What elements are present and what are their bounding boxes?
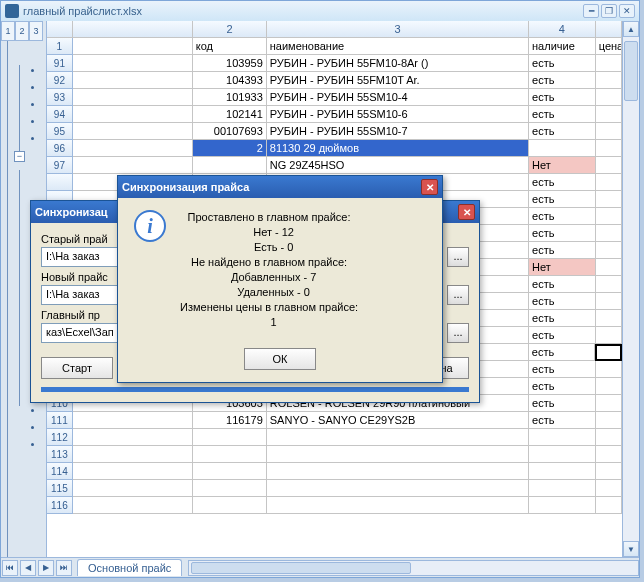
ok-button[interactable]: ОК: [244, 348, 316, 370]
table-row[interactable]: 1 код наименование наличие цена: [47, 38, 622, 55]
cell[interactable]: [596, 480, 622, 497]
cell[interactable]: [193, 497, 267, 514]
cell[interactable]: [596, 497, 622, 514]
cell[interactable]: [529, 463, 596, 480]
cell[interactable]: SANYO - SANYO CE29YS2B: [267, 412, 529, 429]
cell[interactable]: [596, 259, 622, 276]
cell[interactable]: код: [193, 38, 267, 55]
col-header[interactable]: 3: [267, 21, 529, 38]
cell[interactable]: есть: [529, 361, 596, 378]
cell[interactable]: [73, 157, 193, 174]
cell[interactable]: [596, 174, 622, 191]
cell[interactable]: [73, 446, 193, 463]
cell[interactable]: [596, 55, 622, 72]
browse-button[interactable]: ...: [447, 323, 469, 343]
col-header[interactable]: [73, 21, 193, 38]
cell[interactable]: [596, 225, 622, 242]
cell[interactable]: [596, 72, 622, 89]
cell[interactable]: [596, 191, 622, 208]
table-row[interactable]: 112: [47, 429, 622, 446]
cell[interactable]: [267, 429, 529, 446]
row-header[interactable]: 94: [47, 106, 73, 123]
cell[interactable]: [267, 446, 529, 463]
cell[interactable]: [596, 378, 622, 395]
cell[interactable]: наименование: [267, 38, 529, 55]
table-row[interactable]: 114: [47, 463, 622, 480]
cell[interactable]: Нет: [529, 259, 596, 276]
restore-button[interactable]: ❐: [601, 4, 617, 18]
cell[interactable]: [73, 412, 193, 429]
cell[interactable]: есть: [529, 72, 596, 89]
table-row[interactable]: 111116179SANYO - SANYO CE29YS2Bесть: [47, 412, 622, 429]
table-row[interactable]: 94102141РУБИН - РУБИН 55SM10-6есть: [47, 106, 622, 123]
cell[interactable]: РУБИН - РУБИН 55SM10-4: [267, 89, 529, 106]
cell[interactable]: есть: [529, 395, 596, 412]
outline-level-1[interactable]: 1: [1, 21, 15, 41]
cell[interactable]: [73, 106, 193, 123]
cell[interactable]: есть: [529, 106, 596, 123]
cell[interactable]: есть: [529, 89, 596, 106]
cell[interactable]: 116179: [193, 412, 267, 429]
table-row[interactable]: 91103959РУБИН - РУБИН 55FM10-8Ar ()есть: [47, 55, 622, 72]
tab-nav-last-icon[interactable]: ⏭: [56, 560, 72, 576]
tab-nav-next-icon[interactable]: ▶: [38, 560, 54, 576]
col-header[interactable]: 2: [193, 21, 267, 38]
column-headers[interactable]: 2 3 4: [47, 21, 622, 38]
cell[interactable]: [596, 242, 622, 259]
browse-button[interactable]: ...: [447, 247, 469, 267]
cell[interactable]: есть: [529, 208, 596, 225]
cell[interactable]: [596, 412, 622, 429]
cell[interactable]: [529, 497, 596, 514]
scroll-up-icon[interactable]: ▲: [623, 21, 639, 37]
col-header[interactable]: [596, 21, 622, 38]
cell[interactable]: есть: [529, 293, 596, 310]
cell[interactable]: РУБИН - РУБИН 55FM10T Ar.: [267, 72, 529, 89]
cell[interactable]: 101933: [193, 89, 267, 106]
cell[interactable]: есть: [529, 55, 596, 72]
cell[interactable]: цена: [596, 38, 622, 55]
cell[interactable]: [529, 140, 596, 157]
scroll-down-icon[interactable]: ▼: [623, 541, 639, 557]
table-row[interactable]: 96281130 29 дюймов: [47, 140, 622, 157]
close-button[interactable]: ✕: [619, 4, 635, 18]
cell[interactable]: [596, 157, 622, 174]
horizontal-scrollbar[interactable]: [188, 560, 639, 576]
cell[interactable]: 2: [193, 140, 267, 157]
select-all[interactable]: [47, 21, 73, 38]
close-icon[interactable]: ✕: [421, 179, 438, 195]
cell[interactable]: есть: [529, 327, 596, 344]
table-row[interactable]: 93101933РУБИН - РУБИН 55SM10-4есть: [47, 89, 622, 106]
cell[interactable]: 104393: [193, 72, 267, 89]
table-row[interactable]: 116: [47, 497, 622, 514]
cell[interactable]: [596, 123, 622, 140]
browse-button[interactable]: ...: [447, 285, 469, 305]
row-header[interactable]: [47, 174, 73, 191]
cell[interactable]: РУБИН - РУБИН 55FM10-8Ar (): [267, 55, 529, 72]
cell[interactable]: наличие: [529, 38, 596, 55]
tab-nav-prev-icon[interactable]: ◀: [20, 560, 36, 576]
cell[interactable]: [73, 55, 193, 72]
cell[interactable]: 103959: [193, 55, 267, 72]
cell[interactable]: есть: [529, 225, 596, 242]
cell[interactable]: [596, 463, 622, 480]
cell[interactable]: [529, 480, 596, 497]
cell[interactable]: есть: [529, 242, 596, 259]
dialog-titlebar[interactable]: Синхронизация прайса ✕: [118, 176, 442, 198]
cell[interactable]: [73, 497, 193, 514]
cell[interactable]: [193, 429, 267, 446]
minimize-button[interactable]: ━: [583, 4, 599, 18]
row-header[interactable]: 91: [47, 55, 73, 72]
close-icon[interactable]: ✕: [458, 204, 475, 220]
row-header[interactable]: 112: [47, 429, 73, 446]
cell[interactable]: 81130 29 дюймов: [267, 140, 529, 157]
cell[interactable]: [596, 293, 622, 310]
row-header[interactable]: 95: [47, 123, 73, 140]
row-header[interactable]: 1: [47, 38, 73, 55]
cell[interactable]: [596, 446, 622, 463]
cell[interactable]: [73, 89, 193, 106]
mdi-titlebar[interactable]: главный прайслист.xlsx ━ ❐ ✕: [1, 1, 639, 21]
cell[interactable]: [73, 38, 193, 55]
cell[interactable]: 00107693: [193, 123, 267, 140]
scroll-thumb[interactable]: [191, 562, 411, 574]
cell[interactable]: 102141: [193, 106, 267, 123]
